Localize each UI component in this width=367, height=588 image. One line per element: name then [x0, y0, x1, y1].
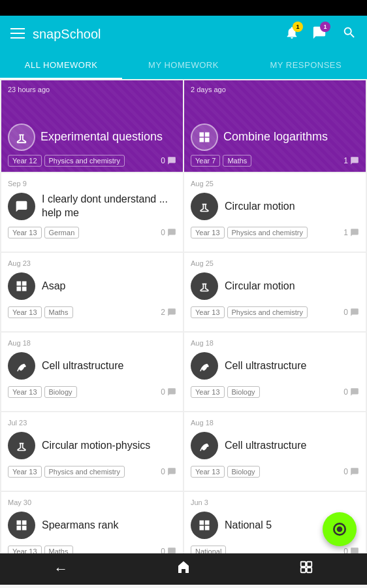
card-icon-spearmans-rank: [8, 512, 35, 539]
card-title-spearmans-rank: Spearmans rank: [42, 519, 118, 532]
card-icon-cell-ultrastructure-2: [191, 352, 218, 380]
card-title-i-clearly-dont: I clearly dont understand ... help me: [42, 193, 176, 220]
featured-card-experimental[interactable]: 23 hours ago Experimental questions Year…: [1, 80, 183, 172]
card-circular-motion-1[interactable]: Aug 25 Circular motion Year 13 Physics a…: [184, 173, 366, 252]
notification-count: 1: [293, 22, 303, 32]
featured-icon-grid-2: [191, 123, 218, 151]
card-cell-ultrastructure-1[interactable]: Aug 18 Cell ultrastructure Year 13 Biolo…: [1, 333, 183, 411]
card-icon-circular-motion-physics: [8, 432, 35, 459]
featured-card-logarithms[interactable]: 2 days ago Combine logarithms Year 7 Mat…: [184, 80, 366, 172]
card-circular-motion-physics[interactable]: Jul 23 Circular motion-physics Year 13 P…: [1, 412, 183, 491]
tab-all-homework[interactable]: ALL HOMEWORK: [0, 52, 122, 78]
card-title-cell-ultrastructure-3: Cell ultrastructure: [225, 439, 306, 453]
card-title-circular-motion-2: Circular motion: [225, 280, 295, 293]
card-year-circular-motion-2: Year 13: [191, 306, 225, 318]
card-body-circular-motion-2: Circular motion: [191, 272, 359, 300]
card-title-circular-motion-1: Circular motion: [225, 200, 295, 214]
notification-bell-button[interactable]: 1: [285, 25, 299, 43]
card-comments-cell-ultrastructure-2: 0: [343, 387, 359, 397]
card-tags-national-5: National 0: [191, 546, 359, 553]
card-subject-i-clearly-dont: German: [44, 227, 80, 238]
svg-rect-2: [10, 37, 25, 39]
bottom-nav: ←: [0, 553, 367, 585]
card-i-clearly-dont[interactable]: Sep 9 I clearly dont understand ... help…: [1, 173, 183, 252]
card-date-circular-motion-physics: Jul 23: [8, 419, 176, 427]
home-button[interactable]: [163, 554, 204, 584]
card-icon-cell-ultrastructure-1: [8, 352, 35, 380]
featured-tag-year-1: Year 12: [8, 155, 42, 167]
card-subject-cell-ultrastructure-2: Biology: [227, 386, 260, 398]
card-tags-circular-motion-2: Year 13 Physics and chemistry 0: [191, 306, 359, 318]
cards-grid: 23 hours ago Experimental questions Year…: [0, 79, 367, 553]
featured-card-title-1: Experimental questions: [40, 130, 163, 144]
card-icon-circular-motion-1: [191, 193, 218, 220]
menu-icon[interactable]: [10, 27, 25, 42]
card-subject-circular-motion-1: Physics and chemistry: [227, 227, 308, 238]
search-button[interactable]: [342, 25, 357, 43]
card-comments-circular-motion-2: 0: [343, 308, 359, 317]
card-comments-national-5: 0: [343, 547, 359, 553]
tabs-bar: ALL HOMEWORK MY HOMEWORK MY RESPONSES: [0, 52, 367, 79]
card-tags-cell-ultrastructure-3: Year 13 Biology 0: [191, 466, 359, 478]
tab-my-homework[interactable]: MY HOMEWORK: [122, 52, 244, 78]
card-comments-i-clearly-dont: 0: [161, 228, 176, 237]
card-tags-i-clearly-dont: Year 13 German 0: [8, 227, 176, 238]
card-comments-cell-ultrastructure-1: 0: [161, 387, 176, 397]
card-asap[interactable]: Aug 23 Asap Year 13 Maths 2: [1, 253, 183, 331]
card-comments-cell-ultrastructure-3: 0: [343, 467, 359, 476]
card-subject-national-5: National: [191, 546, 226, 553]
svg-rect-3: [300, 562, 305, 566]
featured-comments-2: 1: [343, 156, 359, 165]
card-tags-circular-motion-physics: Year 13 Physics and chemistry 0: [8, 466, 176, 478]
card-subject-spearmans-rank: Maths: [44, 546, 73, 553]
card-tags-cell-ultrastructure-1: Year 13 Biology 0: [8, 386, 176, 398]
card-comments-spearmans-rank: 0: [161, 547, 176, 553]
card-date-asap: Aug 23: [8, 259, 176, 267]
card-title-asap: Asap: [42, 280, 65, 293]
featured-comments-1: 0: [161, 156, 176, 165]
card-year-circular-motion-physics: Year 13: [8, 466, 42, 478]
camera-fab[interactable]: [323, 512, 357, 546]
card-tags-circular-motion-1: Year 13 Physics and chemistry 1: [191, 227, 359, 238]
card-body-cell-ultrastructure-2: Cell ultrastructure: [191, 352, 359, 380]
card-year-asap: Year 13: [8, 306, 42, 318]
content-area: 23 hours ago Experimental questions Year…: [0, 79, 367, 553]
card-year-cell-ultrastructure-2: Year 13: [191, 386, 225, 398]
card-icon-i-clearly-dont: [8, 193, 35, 220]
card-icon-cell-ultrastructure-3: [191, 432, 218, 459]
svg-rect-6: [307, 568, 311, 572]
recents-button[interactable]: [286, 555, 327, 583]
card-tags-asap: Year 13 Maths 2: [8, 306, 176, 318]
card-date-cell-ultrastructure-3: Aug 18: [191, 419, 359, 427]
card-date-circular-motion-2: Aug 25: [191, 259, 359, 267]
card-date-circular-motion-1: Aug 25: [191, 180, 359, 188]
card-icon-national-5: [191, 512, 218, 539]
card-cell-ultrastructure-3[interactable]: Aug 18 Cell ultrastructure Year 13 Biolo…: [184, 412, 366, 491]
card-date-spearmans-rank: May 30: [8, 498, 176, 506]
card-body-cell-ultrastructure-3: Cell ultrastructure: [191, 432, 359, 459]
featured-tag-subject-1: Physics and chemistry: [44, 155, 125, 167]
card-body-spearmans-rank: Spearmans rank: [8, 512, 176, 539]
back-button[interactable]: ←: [40, 555, 81, 583]
card-cell-ultrastructure-2[interactable]: Aug 18 Cell ultrastructure Year 13 Biolo…: [184, 333, 366, 411]
card-year-cell-ultrastructure-1: Year 13: [8, 386, 42, 398]
card-date-i-clearly-dont: Sep 9: [8, 180, 176, 188]
svg-rect-4: [307, 562, 311, 566]
card-title-cell-ultrastructure-1: Cell ultrastructure: [42, 359, 123, 373]
card-circular-motion-2[interactable]: Aug 25 Circular motion Year 13 Physics a…: [184, 253, 366, 331]
featured-tag-year-2: Year 7: [191, 155, 220, 167]
svg-rect-0: [10, 28, 25, 29]
chat-button[interactable]: 1: [312, 25, 327, 43]
card-spearmans-rank[interactable]: May 30 Spearmans rank Year 13 Maths 0: [1, 492, 183, 553]
card-body-i-clearly-dont: I clearly dont understand ... help me: [8, 193, 176, 220]
card-tags-spearmans-rank: Year 13 Maths 0: [8, 546, 176, 553]
featured-icon-flask-1: [8, 123, 35, 151]
card-subject-cell-ultrastructure-3: Biology: [227, 466, 260, 478]
chat-count: 1: [320, 22, 330, 32]
tab-my-responses[interactable]: MY RESPONSES: [245, 52, 367, 78]
svg-point-8: [337, 527, 343, 532]
featured-card-title-2: Combine logarithms: [223, 130, 328, 144]
card-year-circular-motion-1: Year 13: [191, 227, 225, 238]
card-date-national-5: Jun 3: [191, 498, 359, 506]
featured-tag-subject-2: Maths: [223, 155, 251, 167]
